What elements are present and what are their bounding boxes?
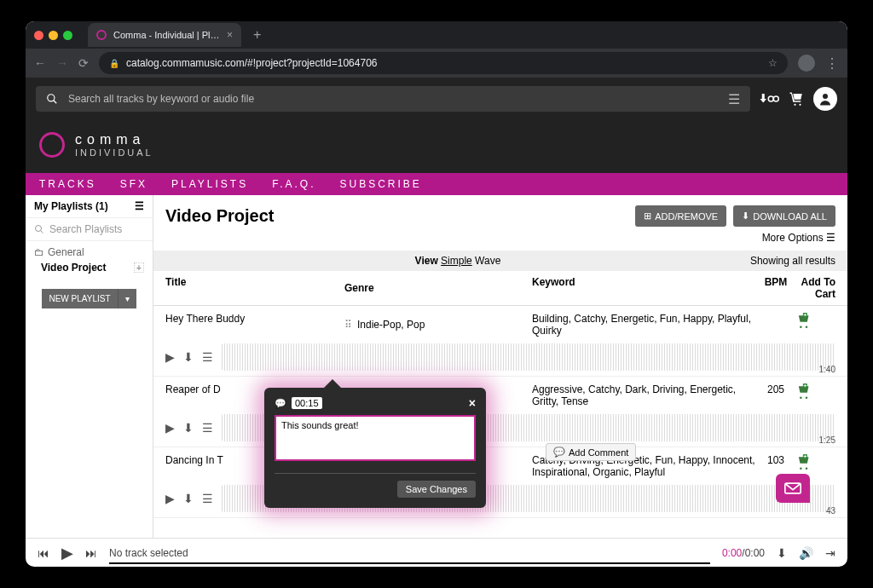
new-tab-button[interactable]: + — [248, 27, 266, 43]
svg-line-8 — [41, 231, 43, 233]
tab-favicon-icon — [96, 30, 107, 40]
close-window-icon[interactable] — [34, 31, 43, 40]
download-all-button[interactable]: ⬇ DOWNLOAD ALL — [733, 205, 835, 227]
player-status: No track selected — [109, 547, 188, 559]
svg-point-6 — [823, 94, 828, 99]
browser-tab[interactable]: Comma - Individual | Playlist D × — [88, 23, 241, 47]
track-menu-icon[interactable]: ☰ — [202, 492, 213, 505]
project-title: Video Project — [165, 206, 274, 226]
volume-icon[interactable]: 🔊 — [799, 546, 813, 560]
col-bpm[interactable]: BPM — [759, 276, 793, 300]
brand-name: comma — [75, 132, 153, 147]
track-menu-icon[interactable]: ☰ — [202, 350, 213, 364]
brand-logo-icon[interactable] — [39, 132, 65, 158]
new-playlist-dropdown[interactable]: ▾ — [118, 289, 136, 308]
forward-icon[interactable]: → — [56, 56, 68, 70]
track-keyword: Building, Catchy, Energetic, Fun, Happy,… — [532, 313, 759, 337]
col-cart: Add To Cart — [793, 276, 835, 300]
next-track-icon[interactable]: ⏭ — [85, 546, 97, 560]
main-pane: Video Project ⊞ ADD/REMOVE ⬇ DOWNLOAD AL… — [153, 195, 847, 538]
sidebar-search[interactable]: Search Playlists — [26, 218, 153, 241]
extension-icon[interactable] — [798, 55, 815, 72]
divider — [275, 473, 476, 474]
browser-menu-icon[interactable]: ⋮ — [825, 55, 839, 72]
play-pause-icon[interactable]: ▶ — [61, 544, 73, 562]
add-remove-button[interactable]: ⊞ ADD/REMOVE — [635, 205, 726, 227]
track-header: Title Genre Keyword BPM Add To Cart — [153, 271, 847, 306]
tab-title: Comma - Individual | Playlist D — [113, 30, 220, 40]
nav-playlists[interactable]: PLAYLISTS — [171, 178, 248, 190]
view-wave[interactable]: Wave — [475, 255, 500, 267]
track-bpm: 205 — [759, 383, 793, 407]
save-changes-button[interactable]: Save Changes — [397, 481, 476, 498]
close-popover-icon[interactable]: × — [469, 396, 476, 410]
drag-handle-icon[interactable]: ⠿ — [344, 319, 352, 331]
sidebar-search-placeholder: Search Playlists — [49, 223, 122, 235]
nav-faq[interactable]: F.A.Q. — [272, 178, 315, 190]
view-simple[interactable]: Simple — [441, 255, 472, 267]
brand-subtitle: INDIVIDUAL — [75, 147, 153, 158]
sidebar-folder-general[interactable]: 🗀 General — [34, 246, 144, 258]
playlist-item-label: Video Project — [41, 262, 106, 274]
global-search[interactable]: Search all tracks by keyword or audio fi… — [36, 86, 750, 112]
download-track-icon[interactable]: ⬇ — [183, 421, 194, 435]
sidebar: My Playlists (1) ☰ Search Playlists 🗀 Ge… — [26, 195, 153, 538]
svg-point-14 — [800, 396, 802, 399]
contact-fab[interactable] — [776, 474, 810, 503]
window-controls[interactable] — [34, 31, 81, 40]
add-comment-tooltip[interactable]: 💬 Add Comment — [546, 443, 636, 461]
svg-point-15 — [806, 396, 808, 399]
track-menu-icon[interactable]: ☰ — [202, 421, 213, 435]
download-icon: ⬇ — [742, 210, 749, 222]
track-duration: 43 — [826, 506, 835, 516]
add-to-cart-icon[interactable] — [793, 313, 835, 330]
download-track-icon[interactable]: ⬇ — [183, 492, 194, 505]
col-genre[interactable]: Genre — [344, 276, 532, 300]
new-playlist-button[interactable]: NEW PLAYLIST — [42, 289, 117, 308]
comment-input[interactable]: This sounds great! — [275, 415, 476, 461]
minimize-window-icon[interactable] — [49, 31, 58, 40]
maximize-window-icon[interactable] — [63, 31, 72, 40]
address-bar[interactable]: 🔒 catalog.commamusic.com/#!project?proje… — [99, 52, 788, 74]
tab-close-icon[interactable]: × — [227, 29, 233, 41]
nav-tracks[interactable]: TRACKS — [39, 178, 96, 190]
nav-subscribe[interactable]: SUBSCRIBE — [340, 178, 422, 190]
download-queue-icon[interactable] — [759, 92, 779, 106]
add-to-cart-icon[interactable] — [793, 454, 835, 471]
waveform[interactable] — [222, 343, 835, 371]
player-download-icon[interactable]: ⬇ — [777, 546, 787, 560]
track-duration: 1:40 — [819, 365, 835, 374]
play-icon[interactable]: ▶ — [165, 492, 175, 505]
url-text: catalog.commamusic.com/#!project?project… — [126, 57, 378, 69]
profile-icon[interactable] — [813, 87, 837, 111]
svg-point-2 — [768, 96, 773, 101]
view-label: View — [415, 255, 438, 267]
download-track-icon[interactable]: ⬇ — [183, 350, 194, 364]
col-keyword[interactable]: Keyword — [532, 276, 759, 300]
progress-bar[interactable] — [109, 562, 710, 564]
play-icon[interactable]: ▶ — [165, 421, 175, 435]
sidebar-item-video-project[interactable]: Video Project + — [34, 258, 144, 277]
search-filter-icon[interactable]: ☰ — [728, 91, 740, 107]
brand-text: comma INDIVIDUAL — [75, 132, 153, 158]
more-options-button[interactable]: More Options ☰ — [762, 232, 835, 244]
track-title[interactable]: Hey There Buddy — [165, 313, 344, 337]
svg-point-0 — [48, 95, 55, 101]
track-genre: Indie-Pop, Pop — [357, 319, 425, 331]
play-icon[interactable]: ▶ — [165, 350, 175, 364]
expand-player-icon[interactable]: ⇥ — [825, 546, 835, 560]
folder-icon: 🗀 — [34, 246, 44, 258]
cart-icon[interactable] — [788, 91, 805, 107]
add-to-playlist-icon[interactable]: + — [134, 262, 144, 273]
current-time: 0:00 — [722, 547, 742, 559]
reload-icon[interactable]: ⟳ — [78, 56, 89, 70]
prev-track-icon[interactable]: ⏮ — [38, 546, 49, 560]
col-title[interactable]: Title — [165, 276, 344, 300]
nav-sfx[interactable]: SFX — [120, 178, 147, 190]
add-to-cart-icon[interactable] — [793, 383, 835, 401]
bookmark-star-icon[interactable]: ☆ — [768, 57, 778, 69]
table-row: Reaper of D Aggressive, Catchy, Dark, Dr… — [153, 377, 847, 447]
sidebar-menu-icon[interactable]: ☰ — [135, 200, 144, 212]
back-icon[interactable]: ← — [34, 56, 46, 70]
svg-point-3 — [773, 96, 778, 101]
